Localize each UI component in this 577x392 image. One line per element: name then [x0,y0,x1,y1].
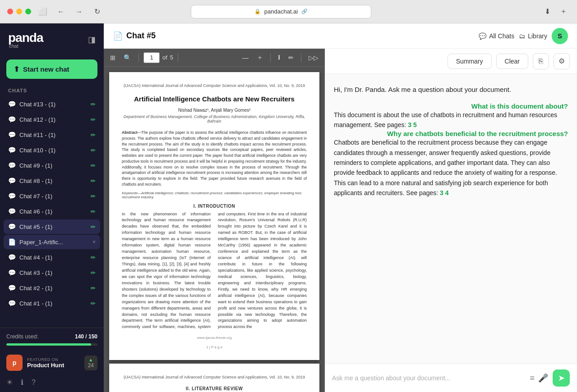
sidebar-item-file-1[interactable]: 📄Paper_1-Artific...× [4,235,100,249]
refresh-button[interactable]: ↻ [91,5,103,18]
pdf-section-2-title: II. Literature Review [122,386,307,391]
pdf-section-1-title: I. Introduction [122,204,307,209]
chat-edit-icon[interactable]: ✏ [91,132,96,138]
chat-item-label: Chat #10 - (1) [19,147,87,154]
abstract-text: The purpose of the paper is to assess th… [122,130,307,187]
chat-bubble-icon: 💬 [8,162,16,169]
pdf-zoom-in-button[interactable]: ＋ [254,52,266,64]
sidebar-item-chat-5[interactable]: 💬Chat #5 - (1)✏ [4,219,100,234]
chat-edit-icon[interactable]: ✏ [91,300,96,307]
ph-arrow-icon: ▲ [88,357,94,362]
sidebar-item-chat-7[interactable]: 💬Chat #7 - (1)✏ [4,189,100,203]
sidebar-item-chat-3[interactable]: 💬Chat #3 - (1)✏ [4,265,100,280]
minimize-button-dot[interactable] [16,9,22,14]
address-bar[interactable]: 🔒 pandachat.ai 🔗 [191,5,371,18]
chat-input[interactable] [332,374,525,382]
chat-item-label: Chat #2 - (1) [19,285,87,292]
pdf-zoom-out-button[interactable]: — [240,52,251,63]
chat-item-label: Chat #12 - (1) [19,116,87,123]
file-icon: 📄 [8,238,16,246]
info-icon-button[interactable]: ℹ [21,378,23,387]
ph-number: 24 [88,362,94,369]
user-message: What is this document about? [334,102,568,110]
pdf-total-pages: 5 [170,54,173,61]
header-right: 💬 All Chats 🗂 Library S [479,28,568,44]
sidebar-item-chat-8[interactable]: 💬Chat #8 - (1)✏ [4,173,100,188]
download-button[interactable]: ⬇ [541,5,554,18]
chat-bubble-icon: 💬 [8,300,16,307]
sidebar-item-chat-4[interactable]: 💬Chat #4 - (1)✏ [4,250,100,264]
new-chat-button[interactable]: ⬆ Start new chat [6,59,97,79]
pdf-annotate-button[interactable]: ✏ [286,52,296,63]
sidebar-toggle-button[interactable]: ⬜ [37,5,49,18]
pdf-separator-4 [301,53,301,62]
chat-edit-icon[interactable]: ✏ [91,101,96,108]
list-icon-button[interactable]: ≡ [530,374,535,383]
pdf-page-input[interactable] [143,52,160,63]
sidebar-item-chat-1[interactable]: 💬Chat #1 - (1)✏ [4,296,100,310]
pdf-toolbar: ⊞ 🔍 of 5 — ＋ 𝐈 ✏ ▷▷ [104,49,325,67]
mic-icon-button[interactable]: 🎤 [538,373,548,383]
user-message: Why are chatbots beneficial to the recru… [334,130,568,137]
chat-edit-icon[interactable]: ✏ [91,116,96,123]
pdf-nav-button[interactable]: ▷▷ [306,52,321,63]
avatar-button[interactable]: S [552,28,568,44]
chat-edit-icon[interactable]: ✏ [91,178,96,184]
share-button[interactable]: ⎘ [533,53,549,69]
sidebar-item-chat-10[interactable]: 💬Chat #10 - (1)✏ [4,143,100,157]
chat-panel: Summary Clear ⎘ ⚙ Hi, I'm Dr. Panda. Ask… [325,49,577,392]
page-reference[interactable]: 3 5 [408,121,416,128]
chat-messages: Hi, I'm Dr. Panda. Ask me a question abo… [325,74,577,364]
pdf-page-num: 1 | P a g e [206,345,222,349]
chat-settings-button[interactable]: ⚙ [554,53,570,69]
sidebar-item-chat-11[interactable]: 💬Chat #11 - (1)✏ [4,128,100,142]
chat-edit-icon[interactable]: ✏ [91,147,96,154]
new-tab-button[interactable]: ＋ [557,5,570,18]
sidebar-item-chat-12[interactable]: 💬Chat #12 - (1)✏ [4,112,100,127]
close-button-dot[interactable] [7,9,13,14]
ph-count: ▲ 24 [84,356,97,370]
pdf-cursor-button[interactable]: 𝐈 [275,52,283,63]
ph-name: Product Hunt [27,362,80,369]
pdf-thumbnail-button[interactable]: ⊞ [107,52,118,63]
chat-edit-icon[interactable]: ✏ [91,254,96,261]
all-chats-button[interactable]: 💬 All Chats [479,32,514,40]
sidebar-item-chat-13[interactable]: 💬Chat #13 - (1)✏ [4,97,100,111]
intro-message: Hi, I'm Dr. Panda. Ask me a question abo… [334,85,568,95]
chat-edit-icon[interactable]: ✏ [91,285,96,292]
library-button[interactable]: 🗂 Library [519,32,547,40]
chat-edit-icon[interactable]: ✏ [91,162,96,169]
chat-edit-icon[interactable]: ✏ [91,208,96,215]
pdf-content[interactable]: (IJACSA) International Journal of Advanc… [104,67,325,392]
chat-title-text: Chat #5 [126,31,156,41]
chat-edit-icon[interactable]: ✏ [91,193,96,200]
chat-edit-icon[interactable]: ✏ [91,223,96,230]
file-delete-icon[interactable]: × [92,239,96,245]
help-icon-button[interactable]: ? [32,378,36,387]
main-area: 📄 Chat #5 💬 All Chats 🗂 Library S [104,23,577,392]
clear-button[interactable]: Clear [496,54,528,69]
sidebar-item-chat-2[interactable]: 💬Chat #2 - (1)✏ [4,281,100,295]
forward-button[interactable]: → [73,5,85,18]
file-icon: 📄 [113,31,123,41]
chat-bubble-icon: 💬 [8,284,16,292]
pdf-panel: ⊞ 🔍 of 5 — ＋ 𝐈 ✏ ▷▷ [104,49,325,392]
back-button[interactable]: ← [55,5,67,18]
sidebar-item-chat-9[interactable]: 💬Chat #9 - (1)✏ [4,158,100,173]
credits-fill [6,343,91,346]
sidebar-item-chat-6[interactable]: 💬Chat #6 - (1)✏ [4,204,100,219]
pdf-search-button[interactable]: 🔍 [121,52,134,63]
fullscreen-button-dot[interactable] [25,9,31,14]
chat-item-label: Chat #9 - (1) [19,162,87,169]
pdf-page-of: of [162,54,167,61]
chat-edit-icon[interactable]: ✏ [91,269,96,276]
ai-message: Chatbots are beneficial to the recruitme… [334,137,568,198]
messages-container: What is this document about?This documen… [334,102,568,198]
summary-button[interactable]: Summary [448,54,492,69]
settings-icon-button[interactable]: ☀ [6,378,13,387]
credits-row: Credits used: 140 / 150 [6,333,97,340]
product-hunt-row[interactable]: p FEATURED ON Product Hunt ▲ 24 [6,351,97,374]
send-button[interactable]: ➤ [553,369,570,387]
page-reference[interactable]: 3 4 [440,189,448,196]
sidebar-expand-button[interactable]: ◨ [88,35,96,45]
